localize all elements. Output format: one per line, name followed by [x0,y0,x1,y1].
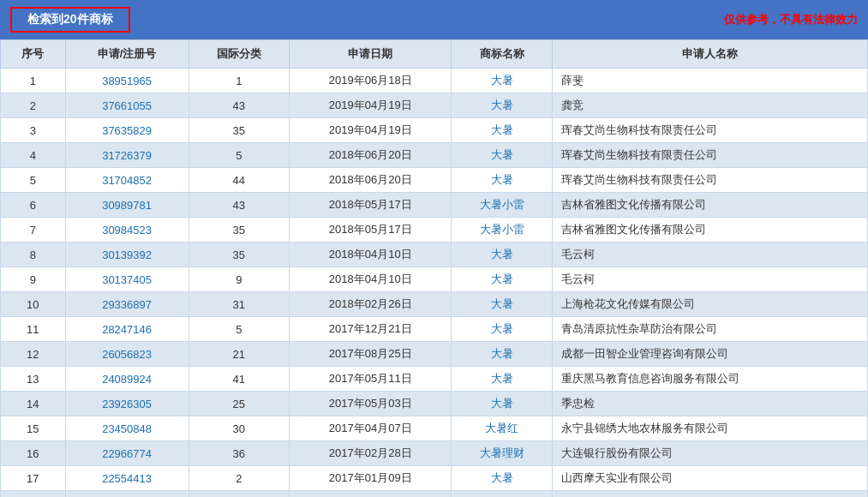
col-header-reg-no: 申请/注册号 [65,40,189,69]
cell-trademark-name[interactable]: 大暑小雷 [452,193,552,218]
col-header-applicant: 申请人名称 [552,40,867,69]
cell-applicant: 珲春艾尚生物科技有限责任公司 [552,118,867,143]
cell-trademark-name[interactable]: 大暑小雷 [452,218,552,243]
cell-date: 2018年04月10日 [289,267,451,292]
cell-reg-no[interactable]: 38951965 [65,69,189,93]
cell-trademark-name[interactable]: 大暑 [452,367,552,392]
cell-class: 43 [189,93,289,118]
cell-reg-no[interactable]: 31726379 [65,143,189,168]
table-row: 1423926305252017年05月03日大暑季忠检 [1,392,868,416]
cell-trademark-name[interactable]: 大暑红 [452,416,552,441]
col-header-date: 申请日期 [289,40,451,69]
cell-applicant: 青岛清原抗性杂草防治有限公司 [552,317,867,342]
cell-trademark-name[interactable]: 大暑 [452,243,552,267]
cell-class: 5 [189,143,289,168]
col-header-name: 商标名称 [452,40,552,69]
cell-reg-no[interactable]: 22554413 [65,466,189,491]
col-header-index: 序号 [1,40,66,69]
cell-class: 36 [189,441,289,466]
table-row: 730984523352018年05月17日大暑小雷吉林省雅图文化传播有限公司 [1,218,868,243]
cell-trademark-name[interactable]: 大暑 [452,93,552,118]
cell-applicant: 珲春艾尚生物科技有限责任公司 [552,168,867,193]
table-row: 93013740592018年04月10日大暑毛云柯 [1,267,868,292]
cell-reg-no[interactable]: 37661055 [65,93,189,118]
cell-date: 2016年02月19日 [289,491,451,498]
disclaimer-text: 仅供参考，不具有法律效力 [724,12,858,27]
cell-reg-no[interactable]: 30984523 [65,218,189,243]
cell-date: 2017年02月28日 [289,441,451,466]
cell-date: 2018年06月20日 [289,168,451,193]
cell-class: 5 [189,317,289,342]
cell-index: 18 [1,491,66,498]
table-row: 830139392352018年04月10日大暑毛云柯 [1,243,868,267]
cell-reg-no[interactable]: 30989781 [65,193,189,218]
col-header-class: 国际分类 [189,40,289,69]
cell-reg-no[interactable]: 29336897 [65,292,189,317]
cell-trademark-name[interactable]: 大暑 [452,317,552,342]
cell-trademark-name[interactable]: 大暑 [452,143,552,168]
cell-trademark-name[interactable]: 大暑 [452,69,552,93]
cell-index: 10 [1,292,66,317]
cell-applicant: 山西摩天实业有限公司 [552,466,867,491]
table-row: 630989781432018年05月17日大暑小雷吉林省雅图文化传播有限公司 [1,193,868,218]
cell-date: 2019年04月19日 [289,118,451,143]
cell-reg-no[interactable]: 22966774 [65,441,189,466]
cell-class: 1 [189,69,289,93]
cell-reg-no[interactable]: 23926305 [65,392,189,416]
cell-index: 4 [1,143,66,168]
cell-reg-no[interactable]: 19125409 [65,491,189,498]
cell-applicant: 吉林省雅图文化传播有限公司 [552,193,867,218]
cell-reg-no[interactable]: 23450848 [65,416,189,441]
cell-class: 35 [189,118,289,143]
cell-date: 2018年06月20日 [289,143,451,168]
cell-reg-no[interactable]: 26056823 [65,342,189,367]
table-row: 1819125409302016年02月19日大暑米管家（上海）米业有限公司 [1,491,868,498]
cell-applicant: 毛云柯 [552,243,867,267]
cell-class: 35 [189,218,289,243]
results-table: 序号 申请/注册号 国际分类 申请日期 商标名称 申请人名称 138951965… [0,39,868,497]
cell-trademark-name[interactable]: 大暑 [452,466,552,491]
cell-date: 2018年04月10日 [289,243,451,267]
cell-class: 9 [189,267,289,292]
cell-date: 2017年04月07日 [289,416,451,441]
cell-trademark-name[interactable]: 大暑 [452,392,552,416]
cell-class: 44 [189,168,289,193]
cell-index: 17 [1,466,66,491]
cell-applicant: 龚竞 [552,93,867,118]
cell-reg-no[interactable]: 30137405 [65,267,189,292]
cell-index: 12 [1,342,66,367]
cell-class: 31 [189,292,289,317]
cell-reg-no[interactable]: 37635829 [65,118,189,143]
cell-class: 2 [189,466,289,491]
cell-index: 3 [1,118,66,143]
cell-reg-no[interactable]: 31704852 [65,168,189,193]
cell-index: 9 [1,267,66,292]
cell-trademark-name[interactable]: 大暑理财 [452,441,552,466]
cell-date: 2019年04月19日 [289,93,451,118]
cell-trademark-name[interactable]: 大暑 [452,342,552,367]
cell-reg-no[interactable]: 24089924 [65,367,189,392]
table-row: 172255441322017年01月09日大暑山西摩天实业有限公司 [1,466,868,491]
search-result-badge: 检索到20件商标 [10,7,130,33]
cell-class: 43 [189,193,289,218]
cell-index: 13 [1,367,66,392]
cell-reg-no[interactable]: 30139392 [65,243,189,267]
cell-trademark-name[interactable]: 大暑 [452,118,552,143]
cell-date: 2017年05月11日 [289,367,451,392]
cell-date: 2018年05月17日 [289,193,451,218]
table-header-row: 序号 申请/注册号 国际分类 申请日期 商标名称 申请人名称 [1,40,868,69]
cell-applicant: 成都一田智企业管理咨询有限公司 [552,342,867,367]
cell-applicant: 季忠检 [552,392,867,416]
table-row: 1029336897312018年02月26日大暑上海枪花文化传媒有限公司 [1,292,868,317]
cell-trademark-name[interactable]: 大暑 [452,292,552,317]
cell-date: 2018年02月26日 [289,292,451,317]
cell-trademark-name[interactable]: 大暑 [452,267,552,292]
table-row: 112824714652017年12月21日大暑青岛清原抗性杂草防治有限公司 [1,317,868,342]
cell-class: 21 [189,342,289,367]
cell-trademark-name[interactable]: 大暑 [452,491,552,498]
table-row: 1523450848302017年04月07日大暑红永宁县锦绣大地农林服务有限公… [1,416,868,441]
cell-index: 1 [1,69,66,93]
cell-reg-no[interactable]: 28247146 [65,317,189,342]
cell-class: 41 [189,367,289,392]
cell-trademark-name[interactable]: 大暑 [452,168,552,193]
